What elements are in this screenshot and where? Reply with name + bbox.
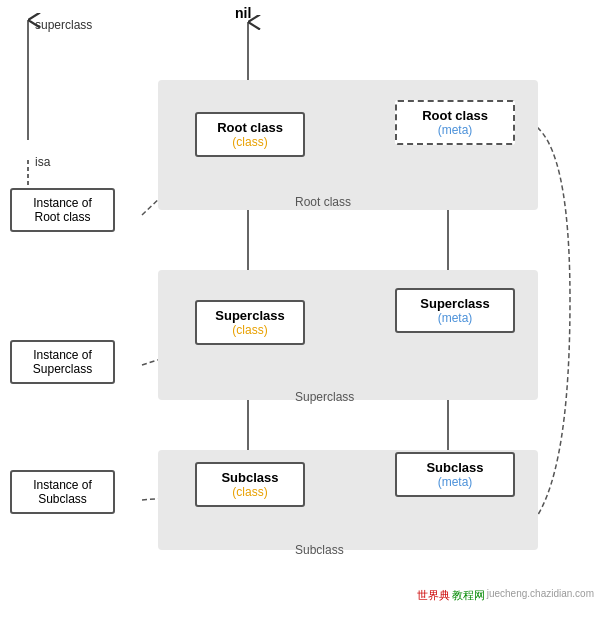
superclass-meta-label: Superclass [405, 296, 505, 311]
root-meta-label: Root class [405, 108, 505, 123]
subclass-region-label: Subclass [295, 543, 344, 557]
root-class-sublabel: (class) [205, 135, 295, 149]
instance-subclass-box: Instance ofSubclass [10, 470, 115, 514]
watermark: 世界典 教程网 juecheng.chazidian.com [413, 586, 598, 605]
subclass-class-box: Subclass (class) [195, 462, 305, 507]
root-meta-sublabel: (meta) [405, 123, 505, 137]
superclass-class-sublabel: (class) [205, 323, 295, 337]
superclass-meta-sublabel: (meta) [405, 311, 505, 325]
instance-root-box: Instance ofRoot class [10, 188, 115, 232]
nil-label: nil [235, 5, 251, 21]
root-class-label: Root class [205, 120, 295, 135]
subclass-meta-label: Subclass [405, 460, 505, 475]
isa-axis-label: isa [35, 155, 50, 169]
subclass-meta-box: Subclass (meta) [395, 452, 515, 497]
subclass-class-label: Subclass [205, 470, 295, 485]
instance-superclass-box: Instance ofSuperclass [10, 340, 115, 384]
root-meta-box: Root class (meta) [395, 100, 515, 145]
root-class-box: Root class (class) [195, 112, 305, 157]
diagram-container: superclass isa Root class Superclass Sub… [0, 0, 598, 605]
subclass-meta-sublabel: (meta) [405, 475, 505, 489]
superclass-axis-label: superclass [35, 18, 92, 32]
superclass-meta-box: Superclass (meta) [395, 288, 515, 333]
subclass-class-sublabel: (class) [205, 485, 295, 499]
superclass-class-box: Superclass (class) [195, 300, 305, 345]
superclass-class-label: Superclass [205, 308, 295, 323]
root-region-label: Root class [295, 195, 351, 209]
superclass-region-label: Superclass [295, 390, 354, 404]
